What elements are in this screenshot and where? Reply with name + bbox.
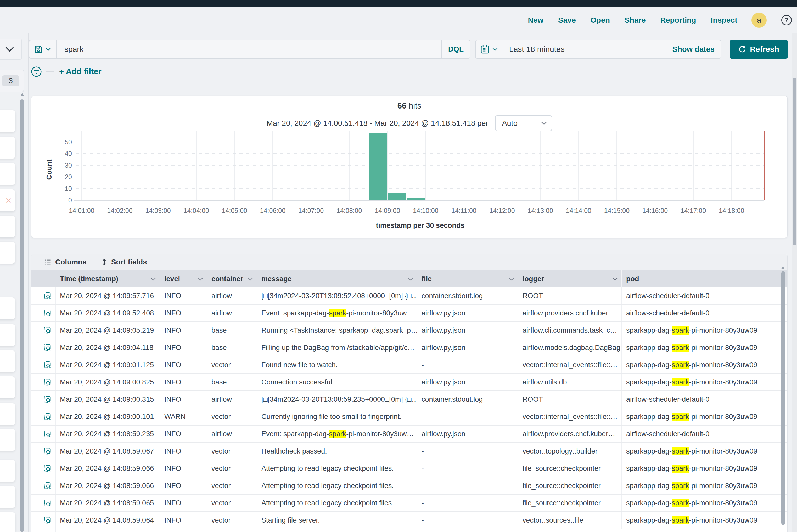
expand-row-button[interactable]: [39, 408, 56, 425]
field-item[interactable]: [0, 110, 15, 132]
sort-fields-button[interactable]: Sort fields: [101, 258, 147, 266]
divider: [502, 40, 502, 58]
chevron-down-icon[interactable]: [613, 277, 618, 281]
field-item[interactable]: [0, 242, 15, 264]
cell-container: vector: [207, 512, 257, 529]
help-icon[interactable]: ?: [781, 15, 792, 25]
chevron-down-icon[interactable]: [509, 277, 514, 281]
columns-button[interactable]: Columns: [44, 258, 87, 266]
cell-container: vector: [207, 495, 257, 511]
cell-pod: sparkapp-dag-spark-pi-monitor-80y3uw09: [622, 357, 781, 373]
expand-row-button[interactable]: [39, 305, 56, 321]
gridline-vertical: [158, 131, 158, 200]
table-row: Mar 20, 2024 @ 14:08:59.235INFOairflowEv…: [32, 425, 787, 443]
table-scrollbar[interactable]: [781, 271, 785, 525]
nav-open[interactable]: Open: [591, 16, 610, 24]
column-header-time--timestamp-[interactable]: Time (timestamp): [56, 270, 160, 287]
field-item[interactable]: [0, 486, 15, 508]
cell-container: airflow: [207, 425, 257, 442]
page-scrollbar-track[interactable]: [792, 34, 797, 532]
expand-row-button[interactable]: [39, 425, 56, 442]
filter-bar: + Add filter: [31, 64, 101, 79]
expand-row-button[interactable]: [39, 460, 56, 477]
nav-save[interactable]: Save: [558, 16, 576, 24]
cell-time: Mar 20, 2024 @ 14:09:00.315: [56, 391, 160, 408]
y-axis-tick: 0: [54, 196, 72, 204]
search-input[interactable]: spark DQL: [57, 40, 470, 59]
expand-row-button[interactable]: [39, 477, 56, 494]
field-item[interactable]: [0, 429, 15, 451]
column-header-message[interactable]: message: [257, 270, 418, 287]
histogram-bar[interactable]: [388, 193, 406, 200]
sidebar-collapse-button[interactable]: [0, 39, 22, 60]
expand-row-button[interactable]: [39, 529, 56, 532]
cell-level: INFO: [160, 322, 207, 339]
chevron-down-icon[interactable]: [151, 277, 156, 281]
expand-row-button[interactable]: [39, 495, 56, 511]
nav-new[interactable]: New: [528, 16, 543, 24]
expand-row-button[interactable]: [39, 287, 56, 304]
field-item[interactable]: ×: [0, 189, 15, 211]
chevron-down-icon[interactable]: [198, 277, 203, 281]
cell-time: Mar 20, 2024 @ 14:08:59.235: [56, 425, 160, 442]
x-axis-tick: 14:02:00: [107, 207, 132, 214]
field-item[interactable]: [0, 298, 15, 319]
expand-row-button[interactable]: [39, 339, 56, 356]
column-header-file[interactable]: file: [418, 270, 518, 287]
remove-field-icon[interactable]: ×: [5, 195, 12, 206]
time-range-label[interactable]: Last 18 minutes: [509, 45, 672, 54]
expand-row-button[interactable]: [39, 322, 56, 339]
chevron-down-icon[interactable]: [408, 277, 413, 281]
page-scrollbar-thumb[interactable]: [793, 78, 796, 245]
field-item[interactable]: [0, 403, 15, 425]
expand-row-button[interactable]: [39, 443, 56, 459]
histogram-bar[interactable]: [407, 198, 425, 200]
field-item[interactable]: [0, 512, 15, 532]
cell-file: -: [418, 512, 518, 529]
cell-logger: vector::internal_events::file::…: [518, 357, 622, 373]
field-item[interactable]: [0, 460, 15, 482]
cell-level: INFO: [160, 425, 207, 442]
cell-message: Attempting to read legacy checkpoint fil…: [257, 495, 418, 511]
scroll-up-arrow[interactable]: [781, 266, 784, 269]
expand-row-button[interactable]: [39, 391, 56, 408]
field-item[interactable]: [0, 137, 15, 159]
nav-reporting[interactable]: Reporting: [661, 16, 696, 24]
expand-row-button[interactable]: [39, 357, 56, 373]
expand-row-button[interactable]: [39, 374, 56, 391]
column-header-logger[interactable]: logger: [518, 270, 622, 287]
nav-inspect[interactable]: Inspect: [711, 16, 737, 24]
add-filter-button[interactable]: + Add filter: [59, 67, 101, 76]
refresh-button[interactable]: Refresh: [730, 40, 788, 59]
query-language-button[interactable]: DQL: [441, 40, 470, 58]
field-item[interactable]: [0, 163, 15, 185]
divider: [45, 71, 54, 72]
column-header-pod[interactable]: pod: [622, 270, 781, 287]
cell-message: Healthcheck passed.: [257, 443, 418, 459]
highlight: spark: [329, 309, 346, 317]
field-item[interactable]: [0, 324, 15, 346]
cell-logger: file_source::checkpointer: [518, 495, 622, 511]
histogram-bar[interactable]: [369, 133, 387, 200]
avatar[interactable]: a: [752, 13, 767, 28]
cell-time: Mar 20, 2024 @ 14:08:59.066: [56, 477, 160, 494]
field-item[interactable]: [0, 215, 15, 238]
cell-file: -: [418, 460, 518, 477]
column-header-level[interactable]: level: [160, 270, 207, 287]
cell-level: INFO: [160, 391, 207, 408]
column-header-container[interactable]: container: [207, 270, 257, 287]
chevron-down-icon[interactable]: [248, 277, 253, 281]
filter-icon[interactable]: [31, 66, 42, 77]
date-picker[interactable]: Last 18 minutes Show dates: [475, 40, 721, 59]
scroll-up-arrow[interactable]: [20, 93, 24, 96]
field-item[interactable]: [0, 350, 15, 372]
saved-query-menu-button[interactable]: [29, 40, 57, 59]
cell-message: Event: sparkapp-dag-spark-pi-monitor-80y…: [257, 305, 418, 321]
show-dates-button[interactable]: Show dates: [672, 45, 716, 54]
columns-label: Columns: [55, 258, 87, 266]
sidebar-scrollbar[interactable]: [20, 99, 24, 532]
expand-row-button[interactable]: [39, 512, 56, 529]
histogram-plot[interactable]: 14:01:0014:02:0014:03:0014:04:0014:05:00…: [32, 96, 787, 238]
nav-share[interactable]: Share: [625, 16, 646, 24]
field-item[interactable]: [0, 376, 15, 398]
